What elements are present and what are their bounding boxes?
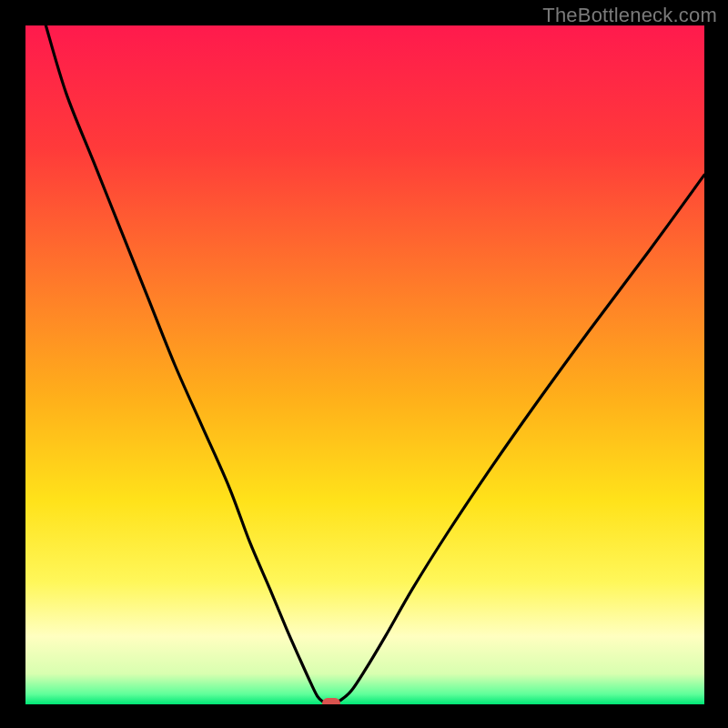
bottleneck-curve — [25, 25, 704, 704]
plot-area — [25, 25, 704, 704]
optimum-marker — [322, 698, 340, 705]
watermark-text: TheBottleneck.com — [542, 4, 717, 27]
chart-frame: TheBottleneck.com — [0, 0, 728, 728]
